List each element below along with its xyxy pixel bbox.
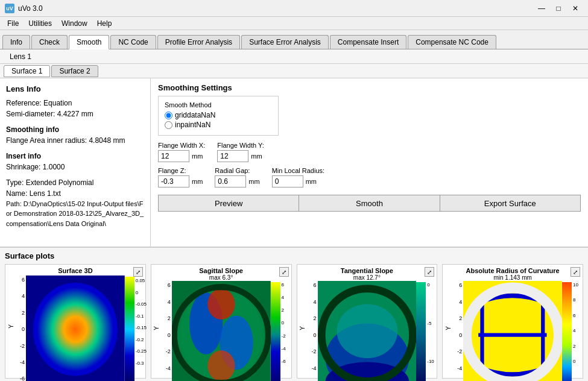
radio-griddatanan[interactable]: [165, 112, 172, 119]
radial-gap-unit: mm: [248, 178, 259, 185]
expand-curvature[interactable]: ⤢: [571, 267, 580, 277]
tab-smooth[interactable]: Smooth: [69, 35, 109, 49]
type-label: Type: Extended Polynomial: [6, 177, 144, 188]
y-axis-tangential: Y: [299, 326, 306, 330]
svg-rect-16: [416, 282, 426, 381]
radio-inpaintnan[interactable]: [165, 121, 172, 129]
insert-info-label: Insert info: [6, 151, 144, 162]
y-ticks-curvature: 6420-2-4-6: [452, 281, 463, 381]
method-box-label: Smooth Method: [165, 101, 272, 109]
right-panel: Smoothing Settings Smooth Method griddat…: [151, 78, 588, 247]
flange-z-input[interactable]: [158, 175, 189, 187]
flange-width-y-label: Flange Width Y:: [217, 142, 264, 149]
y-ticks-surface3d: 6420-2-4-6: [15, 276, 26, 381]
lens-tab-1[interactable]: Lens 1: [4, 52, 37, 61]
surface-tab-2[interactable]: Surface 2: [51, 65, 98, 77]
menu-utilities[interactable]: Utilities: [24, 18, 57, 29]
flange-width-y-input[interactable]: [217, 150, 248, 162]
plot-surface3d: ⤢ Surface 3D Y 6420-2-4-6: [5, 264, 146, 379]
menu-bar: File Utilities Window Help: [0, 17, 588, 30]
settings-title: Smoothing Settings: [158, 83, 581, 92]
semi-diameter-label: Semi-diameter: 4.4227 mm: [6, 109, 144, 119]
menu-file[interactable]: File: [2, 18, 24, 29]
plot-curvature: ⤢ Absolute Radius of Curvature min 1.143…: [442, 264, 583, 379]
svg-surface3d: [26, 276, 125, 381]
flange-width-y-group: Flange Width Y: mm: [217, 142, 264, 162]
y-axis-surface3d: Y: [8, 324, 14, 329]
tab-profile-error[interactable]: Profile Error Analysis: [157, 35, 240, 49]
smooth-button[interactable]: Smooth: [299, 195, 440, 212]
maximize-button[interactable]: □: [551, 2, 566, 14]
plot-subtitle-tangential: max 12.7°: [297, 274, 437, 281]
tab-check[interactable]: Check: [31, 35, 68, 49]
min-local-radius-input[interactable]: [272, 175, 303, 187]
min-local-radius-label: Min Local Radius:: [272, 167, 324, 174]
flange-width-x-unit: mm: [192, 153, 203, 160]
tab-bar: Info Check Smooth NC Code Profile Error …: [0, 30, 588, 49]
expand-tangential[interactable]: ⤢: [425, 267, 434, 277]
flange-width-x-input[interactable]: [158, 150, 189, 162]
surface-tab-bar: Surface 1 Surface 2: [0, 64, 588, 78]
flange-z-group: Flange Z: mm: [158, 167, 203, 187]
name-label: Name: Lens 1.txt: [6, 188, 144, 199]
svg-rect-10: [271, 282, 280, 381]
tab-info[interactable]: Info: [2, 35, 30, 49]
left-panel: Lens Info Reference: Equation Semi-diame…: [0, 78, 151, 247]
menu-help[interactable]: Help: [92, 18, 117, 29]
app-icon: uV: [5, 4, 14, 13]
y-axis-curvature: Y: [445, 326, 452, 330]
tab-nc-code[interactable]: NC Code: [110, 35, 156, 49]
expand-sagittal[interactable]: ⤢: [279, 267, 289, 277]
colorbar-curvature: [562, 282, 572, 381]
radial-gap-label: Radial Gap:: [215, 167, 259, 174]
smooth-method-box: Smooth Method griddataNaN inpaintNaN: [158, 96, 279, 136]
path-label: Path: D:\DynaOptics\15-02 Input-Output f…: [6, 199, 144, 229]
y-ticks-sagittal: 6420-2-4-6: [161, 281, 172, 381]
svg-sagittal: [172, 281, 271, 381]
flange-width-row: Flange Width X: mm Flange Width Y: mm: [158, 142, 581, 162]
colorbar-labels-surface3d: 0.050-0.05-0.1-0.15-0.2-0.25-0.3: [136, 277, 147, 367]
flange-width-x-group: Flange Width X: mm: [158, 142, 205, 162]
svg-curvature: [463, 281, 562, 381]
menu-window[interactable]: Window: [57, 18, 92, 29]
minimize-button[interactable]: —: [534, 2, 549, 14]
colorbar-labels-sagittal: 6420-2-4-6: [282, 281, 286, 365]
flange-z-row: Flange Z: mm Radial Gap: mm Min Local Ra…: [158, 167, 581, 187]
tab-compensate-nc[interactable]: Compensate NC Code: [408, 35, 496, 49]
plot-sagittal: ⤢ Sagittal Slope max 6.3° Y 6420-2-4-6: [151, 264, 292, 379]
tab-compensate-insert[interactable]: Compensate Insert: [330, 35, 406, 49]
colorbar-sagittal: [271, 282, 280, 381]
plot-tangential: ⤢ Tangential Slope max 12.7° Y 6420-2-4-…: [297, 264, 438, 379]
colorbar-tangential: [416, 282, 426, 381]
flange-width-x-label: Flange Width X:: [158, 142, 205, 149]
expand-surface3d[interactable]: ⤢: [133, 267, 143, 277]
reference-label: Reference: Equation: [6, 98, 144, 109]
radial-gap-input[interactable]: [215, 175, 246, 187]
action-buttons: Preview Smooth Export Surface: [158, 195, 581, 212]
plot-subtitle-curvature: min 1.143 mm: [443, 274, 583, 281]
flange-area-label: Flange Area inner radius: 4.8048 mm: [6, 135, 144, 146]
plots-title: Surface plots: [5, 251, 583, 260]
colorbar-surface3d: [125, 277, 134, 381]
plot-subtitle-sagittal: max 6.3°: [151, 274, 291, 281]
plot-title-surface3d: Surface 3D: [5, 265, 145, 276]
svg-point-1: [33, 283, 118, 376]
preview-button[interactable]: Preview: [158, 195, 299, 212]
radial-gap-group: Radial Gap: mm: [215, 167, 259, 187]
export-surface-button[interactable]: Export Surface: [440, 195, 581, 212]
min-local-radius-unit: mm: [306, 178, 317, 185]
flange-z-label: Flange Z:: [158, 167, 203, 174]
y-ticks-tangential: 6420-2-4-6: [307, 281, 318, 381]
tab-surface-error[interactable]: Surface Error Analysis: [241, 35, 329, 49]
close-button[interactable]: ✕: [567, 2, 583, 14]
panels-row: Lens Info Reference: Equation Semi-diame…: [0, 78, 588, 247]
flange-width-y-unit: mm: [251, 153, 262, 160]
svg-rect-24: [562, 282, 572, 381]
surface-tab-1[interactable]: Surface 1: [4, 65, 50, 77]
svg-tangential: [318, 281, 417, 381]
colorbar-labels-tangential: 0-5-10: [427, 281, 434, 365]
colorbar-labels-curvature: 1086420: [573, 281, 578, 365]
plots-section: Surface plots ⤢ Surface 3D Y 6420-2-4-6: [0, 247, 588, 381]
app-title: uVo 3.0: [18, 4, 43, 13]
min-local-radius-group: Min Local Radius: mm: [272, 167, 324, 187]
